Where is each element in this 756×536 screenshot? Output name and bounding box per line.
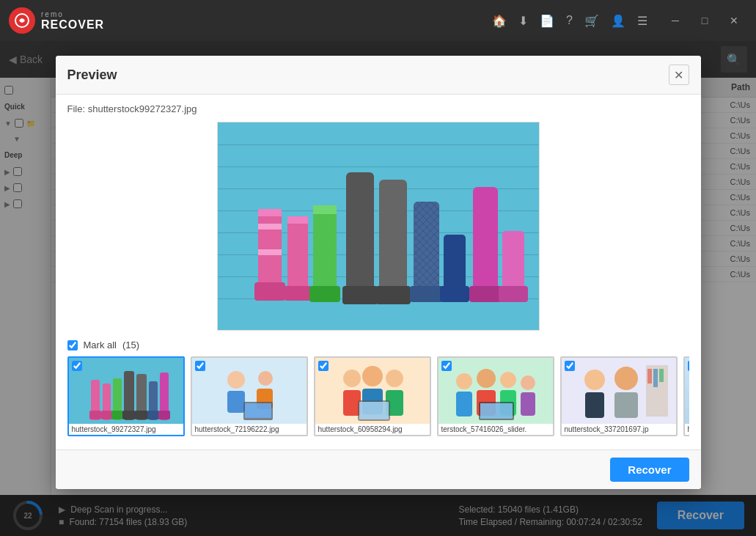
svg-rect-52 bbox=[245, 403, 271, 418]
svg-rect-21 bbox=[410, 286, 443, 302]
boots-image bbox=[217, 122, 540, 331]
help-icon[interactable]: ? bbox=[566, 14, 573, 27]
thumb-check-3[interactable] bbox=[318, 361, 329, 371]
thumb-check-5[interactable] bbox=[565, 361, 575, 371]
maximize-button[interactable]: □ bbox=[691, 7, 718, 34]
svg-rect-17 bbox=[379, 180, 407, 301]
thumb-check-4[interactable] bbox=[441, 361, 452, 371]
thumbnail-strip: hutterstock_99272327.jpg bbox=[67, 356, 689, 441]
close-button[interactable]: ✕ bbox=[721, 7, 747, 34]
svg-rect-20 bbox=[414, 202, 439, 301]
thumbnail-item-4[interactable]: terstock_57416026_slider. bbox=[437, 356, 554, 436]
svg-rect-30 bbox=[499, 286, 528, 302]
svg-rect-26 bbox=[440, 286, 469, 302]
svg-point-47 bbox=[227, 371, 245, 389]
svg-point-58 bbox=[386, 370, 403, 387]
svg-rect-14 bbox=[309, 286, 340, 302]
thumbnail-item-3[interactable]: hutterstock_60958294.jpg bbox=[314, 356, 431, 436]
thumb-label-1: hutterstock_99272327.jpg bbox=[69, 424, 183, 435]
svg-rect-11 bbox=[284, 286, 312, 301]
menu-icon[interactable]: ☰ bbox=[637, 14, 647, 28]
app-logo-icon bbox=[9, 7, 35, 34]
thumb-label-6: hut... bbox=[685, 424, 689, 435]
svg-rect-8 bbox=[254, 282, 285, 301]
preview-modal: Preview ✕ File: shutterstock99272327.jpg bbox=[56, 56, 701, 489]
svg-rect-9 bbox=[287, 216, 308, 297]
svg-point-65 bbox=[477, 369, 496, 388]
thumb-image-4 bbox=[438, 358, 553, 424]
svg-rect-27 bbox=[473, 187, 498, 301]
home-icon[interactable]: 🏠 bbox=[492, 14, 507, 28]
svg-rect-75 bbox=[585, 392, 604, 418]
thumb-svg-1 bbox=[69, 358, 183, 424]
boots-svg bbox=[218, 122, 540, 330]
logo-remo: remo bbox=[41, 10, 104, 18]
modal-footer: Recover bbox=[56, 449, 701, 489]
window-controls: ─ □ ✕ bbox=[662, 7, 747, 34]
svg-rect-16 bbox=[342, 286, 378, 304]
thumbnail-item-1[interactable]: hutterstock_99272327.jpg bbox=[67, 356, 185, 436]
logo-text: remo RECOVER bbox=[41, 10, 104, 32]
svg-rect-45 bbox=[158, 411, 170, 419]
svg-rect-41 bbox=[135, 411, 148, 419]
svg-rect-6 bbox=[258, 237, 282, 243]
svg-point-67 bbox=[500, 372, 516, 388]
svg-rect-43 bbox=[147, 411, 159, 419]
svg-rect-13 bbox=[313, 205, 337, 214]
modal-close-button[interactable]: ✕ bbox=[669, 65, 689, 85]
svg-rect-64 bbox=[456, 392, 472, 416]
svg-rect-72 bbox=[480, 403, 513, 419]
thumb-svg-3 bbox=[315, 358, 430, 424]
svg-point-76 bbox=[614, 367, 638, 390]
recover-button[interactable]: Recover bbox=[610, 458, 689, 482]
document-icon[interactable]: 📄 bbox=[540, 14, 554, 28]
thumbnail-item-2[interactable]: hutterstock_72196222.jpg bbox=[191, 356, 308, 436]
thumb-svg-4 bbox=[438, 358, 553, 424]
thumb-check-1[interactable] bbox=[72, 361, 82, 371]
svg-rect-10 bbox=[287, 216, 308, 224]
logo-area: remo RECOVER bbox=[9, 7, 104, 34]
thumb-svg-2 bbox=[192, 358, 307, 424]
mark-all-count: (15) bbox=[122, 339, 139, 350]
svg-point-69 bbox=[521, 375, 535, 390]
svg-rect-81 bbox=[659, 369, 664, 382]
svg-point-49 bbox=[258, 371, 273, 386]
cart-icon[interactable]: 🛒 bbox=[584, 14, 599, 28]
svg-rect-15 bbox=[346, 172, 374, 301]
minimize-button[interactable]: ─ bbox=[662, 7, 689, 34]
svg-point-74 bbox=[584, 370, 605, 390]
svg-rect-18 bbox=[375, 286, 411, 304]
svg-rect-39 bbox=[122, 411, 136, 419]
svg-point-56 bbox=[362, 366, 383, 386]
thumb-label-2: hutterstock_72196222.jpg bbox=[192, 424, 307, 435]
svg-rect-79 bbox=[647, 369, 652, 383]
thumb-image-3 bbox=[315, 358, 430, 424]
thumb-label-5: nutterstock_337201697.jp bbox=[562, 424, 676, 435]
svg-rect-61 bbox=[359, 402, 389, 419]
user-icon[interactable]: 👤 bbox=[611, 14, 625, 28]
thumb-check-6[interactable] bbox=[688, 361, 689, 371]
modal-title: Preview bbox=[67, 67, 117, 83]
svg-rect-5 bbox=[258, 224, 282, 230]
modal-overlay: Preview ✕ File: shutterstock99272327.jpg bbox=[0, 41, 756, 536]
preview-image-area bbox=[67, 122, 689, 331]
thumb-image-2 bbox=[192, 358, 307, 424]
app-area: ◀ Back 🔍 Quick ▼ 📁 ▼ Deep ▶ bbox=[0, 41, 756, 536]
svg-rect-4 bbox=[258, 209, 282, 216]
thumb-svg-5 bbox=[562, 358, 676, 424]
thumbnail-item-5[interactable]: nutterstock_337201697.jp bbox=[560, 356, 678, 436]
svg-rect-80 bbox=[653, 369, 658, 387]
svg-rect-48 bbox=[227, 391, 245, 413]
thumbnail-item-6[interactable]: hut... bbox=[683, 356, 689, 436]
mark-all-checkbox[interactable] bbox=[67, 340, 78, 350]
svg-point-63 bbox=[456, 373, 472, 389]
thumb-image-1 bbox=[69, 358, 183, 424]
mark-all-label: Mark all bbox=[84, 339, 117, 350]
thumb-check-2[interactable] bbox=[195, 361, 205, 371]
download-icon[interactable]: ⬇ bbox=[518, 14, 528, 28]
svg-rect-37 bbox=[111, 411, 123, 419]
titlebar-icons: 🏠 ⬇ 📄 ? 🛒 👤 ☰ bbox=[492, 14, 647, 28]
svg-rect-77 bbox=[614, 392, 638, 418]
thumb-label-4: terstock_57416026_slider. bbox=[438, 424, 553, 435]
mark-all-row: Mark all (15) bbox=[67, 339, 689, 350]
